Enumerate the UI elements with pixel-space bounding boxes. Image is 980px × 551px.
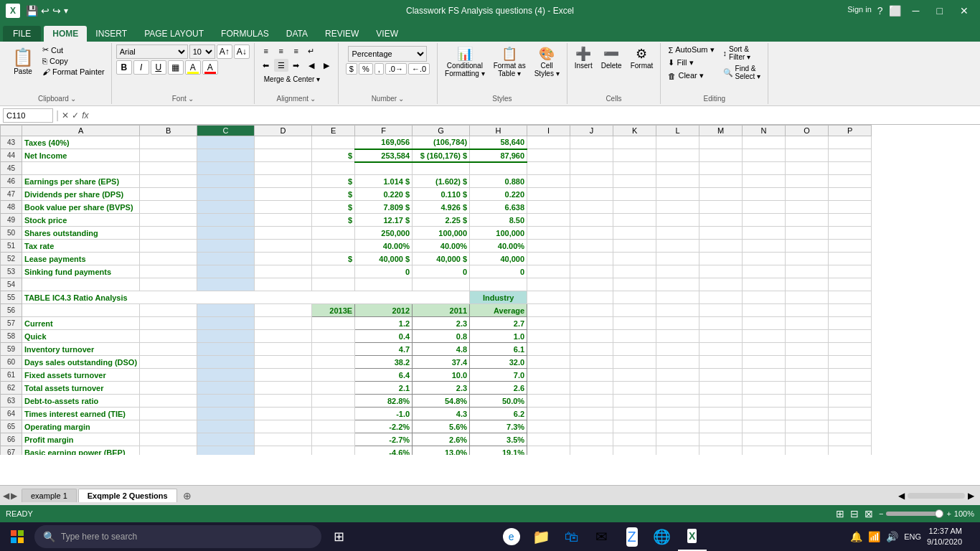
cell-l45[interactable] bbox=[656, 162, 699, 175]
cell-b67[interactable] bbox=[140, 446, 197, 456]
conditional-formatting-btn[interactable]: 📊 Conditional Formatting ▾ bbox=[442, 44, 488, 79]
cell-d58[interactable] bbox=[255, 330, 312, 343]
cell-e45[interactable] bbox=[312, 162, 355, 175]
cell-e64[interactable] bbox=[312, 408, 355, 420]
cell-g58[interactable]: 0.8 bbox=[413, 330, 470, 343]
cell-g60[interactable]: 37.4 bbox=[413, 356, 470, 369]
cell-g67[interactable]: 13.0% bbox=[413, 446, 470, 456]
cell-a46[interactable]: Earnings per share (EPS) bbox=[22, 175, 140, 188]
cell-p50[interactable] bbox=[829, 227, 872, 240]
col-header-j[interactable]: J bbox=[570, 126, 613, 136]
cell-n47[interactable] bbox=[743, 188, 786, 201]
tab-review[interactable]: REVIEW bbox=[316, 26, 367, 42]
cell-b49[interactable] bbox=[140, 214, 197, 227]
align-top-right-btn[interactable]: ≡ bbox=[289, 44, 303, 57]
cell-e46[interactable]: $ bbox=[312, 175, 355, 188]
col-header-b[interactable]: B bbox=[140, 126, 197, 136]
cell-i51[interactable] bbox=[527, 240, 570, 253]
cell-c57[interactable] bbox=[197, 317, 255, 330]
cell-e65[interactable] bbox=[312, 420, 355, 433]
cell-g66[interactable]: 2.6% bbox=[413, 433, 470, 446]
cell-h49[interactable]: 8.50 bbox=[470, 214, 527, 227]
tab-page-layout[interactable]: PAGE LAYOUT bbox=[136, 26, 212, 42]
cell-i67[interactable] bbox=[527, 446, 570, 456]
cell-l55[interactable] bbox=[656, 291, 699, 304]
taskbar-excel-btn[interactable]: X bbox=[678, 522, 707, 551]
zoom-handle[interactable] bbox=[935, 509, 943, 518]
clear-btn[interactable]: 🗑 Clear ▾ bbox=[666, 70, 716, 81]
cell-g47[interactable]: 0.110 $ bbox=[413, 188, 470, 201]
cell-h55[interactable]: Industry bbox=[470, 291, 527, 304]
cell-a48[interactable]: Book value per share (BVPS) bbox=[22, 201, 140, 214]
cell-n50[interactable] bbox=[743, 227, 786, 240]
col-header-h[interactable]: H bbox=[470, 126, 527, 136]
cell-g43[interactable]: (106,784) bbox=[413, 136, 470, 149]
cell-h65[interactable]: 7.3% bbox=[470, 420, 527, 433]
cell-f49[interactable]: 12.17 $ bbox=[355, 214, 413, 227]
cell-c50[interactable] bbox=[197, 227, 255, 240]
cell-n51[interactable] bbox=[743, 240, 786, 253]
cell-f50[interactable]: 250,000 bbox=[355, 227, 413, 240]
cell-p51[interactable] bbox=[829, 240, 872, 253]
cell-k48[interactable] bbox=[613, 201, 656, 214]
align-right-btn[interactable]: ➡ bbox=[289, 59, 303, 72]
cell-d56[interactable] bbox=[255, 304, 312, 317]
tab-insert[interactable]: INSERT bbox=[87, 26, 136, 42]
col-header-i[interactable]: I bbox=[527, 126, 570, 136]
clipboard-expand-icon[interactable]: ⌄ bbox=[70, 95, 76, 103]
cell-n60[interactable] bbox=[743, 356, 786, 369]
cell-l54[interactable] bbox=[656, 278, 699, 291]
cell-i52[interactable] bbox=[527, 253, 570, 265]
align-center-btn[interactable]: ☰ bbox=[274, 59, 288, 72]
align-top-left-btn[interactable]: ≡ bbox=[259, 44, 273, 57]
cell-a61[interactable]: Fixed assets turnover bbox=[22, 369, 140, 382]
cell-k63[interactable] bbox=[613, 395, 656, 408]
cell-b62[interactable] bbox=[140, 382, 197, 395]
cell-styles-btn[interactable]: 🎨 Cell Styles ▾ bbox=[532, 44, 562, 79]
cell-c61[interactable] bbox=[197, 369, 255, 382]
cell-a65[interactable]: Operating margin bbox=[22, 420, 140, 433]
cell-o61[interactable] bbox=[786, 369, 829, 382]
cell-h64[interactable]: 6.2 bbox=[470, 408, 527, 420]
cell-g48[interactable]: 4.926 $ bbox=[413, 201, 470, 214]
cell-n45[interactable] bbox=[743, 162, 786, 175]
cell-h57[interactable]: 2.7 bbox=[470, 317, 527, 330]
col-header-o[interactable]: O bbox=[786, 126, 829, 136]
cell-c66[interactable] bbox=[197, 433, 255, 446]
tab-file[interactable]: FILE bbox=[3, 26, 41, 42]
cell-j54[interactable] bbox=[570, 278, 613, 291]
cell-o52[interactable] bbox=[786, 253, 829, 265]
cell-c58[interactable] bbox=[197, 330, 255, 343]
cell-c46[interactable] bbox=[197, 175, 255, 188]
cell-p44[interactable] bbox=[829, 149, 872, 162]
cell-k61[interactable] bbox=[613, 369, 656, 382]
percent-btn[interactable]: % bbox=[359, 63, 373, 75]
cell-i55[interactable] bbox=[527, 291, 570, 304]
cell-f67[interactable]: -4.6% bbox=[355, 446, 413, 456]
cell-k64[interactable] bbox=[613, 408, 656, 420]
cell-o59[interactable] bbox=[786, 343, 829, 356]
align-top-center-btn[interactable]: ≡ bbox=[274, 44, 288, 57]
cell-f48[interactable]: 7.809 $ bbox=[355, 201, 413, 214]
cell-l46[interactable] bbox=[656, 175, 699, 188]
cell-m52[interactable] bbox=[699, 253, 743, 265]
tab-view[interactable]: VIEW bbox=[367, 26, 407, 42]
cell-j65[interactable] bbox=[570, 420, 613, 433]
cell-g50[interactable]: 100,000 bbox=[413, 227, 470, 240]
formula-input[interactable] bbox=[92, 110, 978, 121]
cell-c44[interactable] bbox=[197, 149, 255, 162]
cell-e50[interactable] bbox=[312, 227, 355, 240]
number-expand-icon[interactable]: ⌄ bbox=[398, 95, 404, 103]
cell-k65[interactable] bbox=[613, 420, 656, 433]
cell-k67[interactable] bbox=[613, 446, 656, 456]
taskbar-clock[interactable]: 12:37 AM 9/10/2020 bbox=[927, 526, 962, 548]
cell-a53[interactable]: Sinking fund payments bbox=[22, 265, 140, 278]
cell-i46[interactable] bbox=[527, 175, 570, 188]
cell-j55[interactable] bbox=[570, 291, 613, 304]
cell-k50[interactable] bbox=[613, 227, 656, 240]
cell-c67[interactable] bbox=[197, 446, 255, 456]
cell-d44[interactable] bbox=[255, 149, 312, 162]
cell-m45[interactable] bbox=[699, 162, 743, 175]
cell-l63[interactable] bbox=[656, 395, 699, 408]
cell-g45[interactable] bbox=[413, 162, 470, 175]
